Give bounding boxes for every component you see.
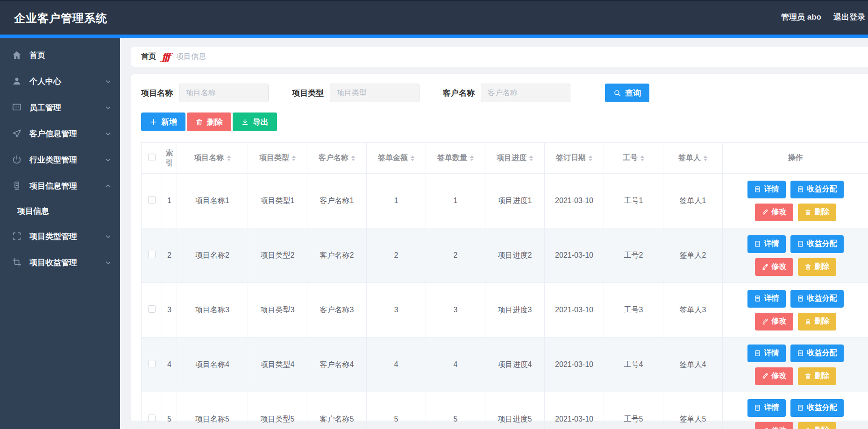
logout-link[interactable]: 退出登录 <box>833 12 865 22</box>
cell-sign-quantity: 2 <box>426 228 485 283</box>
sort-icon[interactable] <box>704 155 707 161</box>
header-checkbox-cell <box>142 143 162 174</box>
sort-icon[interactable] <box>640 155 644 161</box>
header-worker-id[interactable]: 工号 <box>604 143 663 174</box>
export-button[interactable]: 导出 <box>233 113 277 131</box>
filter-label: 项目名称 <box>141 88 173 98</box>
row-edit-button[interactable]: 修改 <box>755 422 793 429</box>
header-sign-amount[interactable]: 签单金额 <box>367 143 426 174</box>
cell-sign-date: 2021-03-10 <box>545 228 604 283</box>
row-detail-button[interactable]: 详情 <box>747 399 786 417</box>
cell-worker-id: 工号3 <box>604 283 663 338</box>
sidebar-item-project-revenue-management[interactable]: 项目收益管理 <box>0 249 120 275</box>
cell-sign-date: 2021-03-10 <box>545 392 604 429</box>
cell-actions: 详情 收益分配 修改 删除 <box>723 283 868 338</box>
row-allocate-button[interactable]: 收益分配 <box>790 290 844 308</box>
breadcrumb: 首页 ƒƒƒ 项目信息 <box>131 47 868 67</box>
sort-icon[interactable] <box>227 155 231 161</box>
document-icon <box>797 350 804 357</box>
row-checkbox[interactable] <box>148 415 156 422</box>
row-delete-button[interactable]: 删除 <box>798 367 836 385</box>
cell-project-name: 项目名称1 <box>177 174 248 228</box>
cell-project-type: 项目类型4 <box>248 338 307 392</box>
row-delete-button[interactable]: 删除 <box>798 204 836 221</box>
row-delete-button[interactable]: 删除 <box>798 422 836 429</box>
sidebar-item-personal-center[interactable]: 个人中心 <box>0 68 120 94</box>
chevron-down-icon <box>105 78 112 85</box>
sidebar-item-industry-type-management[interactable]: 行业类型管理 <box>0 147 120 173</box>
project-type-input[interactable] <box>330 84 420 102</box>
sidebar-item-home[interactable]: 首页 <box>0 42 120 68</box>
sidebar-item-project-type-management[interactable]: 项目类型管理 <box>0 223 120 249</box>
row-edit-button[interactable]: 修改 <box>755 313 793 331</box>
row-edit-button[interactable]: 修改 <box>755 204 793 221</box>
sort-icon[interactable] <box>529 155 533 161</box>
row-edit-button[interactable]: 修改 <box>755 367 793 385</box>
edit-icon <box>761 209 768 216</box>
sort-icon[interactable] <box>411 155 414 161</box>
trash-icon <box>804 209 811 216</box>
row-edit-button[interactable]: 修改 <box>755 258 793 276</box>
sidebar-item-employee-management[interactable]: 员工管理 <box>0 94 120 120</box>
sort-icon[interactable] <box>589 155 592 161</box>
header-project-type[interactable]: 项目类型 <box>248 143 307 174</box>
row-checkbox[interactable] <box>148 360 156 367</box>
sidebar-item-label: 个人中心 <box>29 76 105 87</box>
cell-customer-name: 客户名称2 <box>307 228 367 283</box>
trash-icon <box>804 318 811 325</box>
breadcrumb-home-link[interactable]: 首页 <box>141 52 156 62</box>
row-checkbox[interactable] <box>148 196 156 204</box>
row-delete-button[interactable]: 删除 <box>798 258 836 276</box>
app-root: 企业客户管理系统 管理员 abo 退出登录 首页 个人中心 <box>0 0 868 429</box>
sort-icon[interactable] <box>292 155 296 161</box>
sidebar-item-label: 客户信息管理 <box>29 128 105 139</box>
row-detail-button[interactable]: 详情 <box>747 290 786 308</box>
app-title: 企业客户管理系统 <box>14 11 107 26</box>
header-project-progress[interactable]: 项目进度 <box>485 143 545 174</box>
cell-index: 4 <box>162 338 177 392</box>
header-sign-date[interactable]: 签订日期 <box>545 143 604 174</box>
sidebar-item-customer-info-management[interactable]: 客户信息管理 <box>0 120 120 147</box>
row-allocate-button[interactable]: 收益分配 <box>790 235 844 253</box>
sidebar-item-project-info-management[interactable]: 项目信息管理 <box>0 173 120 199</box>
customer-name-input[interactable] <box>481 84 570 102</box>
row-detail-button[interactable]: 详情 <box>747 235 786 253</box>
cell-project-type: 项目类型1 <box>248 174 307 228</box>
current-user[interactable]: 管理员 abo <box>781 12 821 22</box>
delete-button[interactable]: 删除 <box>187 113 231 131</box>
row-checkbox[interactable] <box>148 305 156 313</box>
select-all-checkbox[interactable] <box>148 154 156 161</box>
header-sign-quantity[interactable]: 签单数量 <box>426 143 485 174</box>
chevron-down-icon <box>105 233 112 240</box>
cell-sign-date: 2021-03-10 <box>545 174 604 228</box>
row-checkbox[interactable] <box>148 251 156 258</box>
sidebar-item-label: 项目信息管理 <box>29 181 105 191</box>
sidebar-subitem-label: 项目信息 <box>17 206 49 217</box>
chevron-down-icon <box>105 156 112 163</box>
cell-project-name: 项目名称2 <box>177 228 248 283</box>
add-button[interactable]: 新增 <box>141 113 185 131</box>
edit-icon <box>761 263 768 270</box>
header-actions: 操作 <box>723 143 868 174</box>
document-icon <box>754 186 761 193</box>
row-detail-button[interactable]: 详情 <box>747 345 786 362</box>
row-checkbox-cell <box>142 283 162 338</box>
header-signer[interactable]: 签单人 <box>663 143 723 174</box>
edit-icon <box>761 373 768 380</box>
row-delete-button[interactable]: 删除 <box>798 313 836 331</box>
sidebar-subitem-project-info[interactable]: 项目信息 <box>0 199 120 223</box>
search-button[interactable]: 查询 <box>605 84 649 102</box>
row-allocate-button[interactable]: 收益分配 <box>790 399 844 417</box>
filter-group-customer-name: 客户名称 <box>443 84 570 102</box>
sort-icon[interactable] <box>351 155 355 161</box>
chevron-up-icon <box>105 183 112 190</box>
row-allocate-button[interactable]: 收益分配 <box>790 181 844 198</box>
sort-icon[interactable] <box>470 155 474 161</box>
project-name-input[interactable] <box>179 84 269 102</box>
trash-icon <box>195 118 203 126</box>
document-icon <box>754 404 761 411</box>
header-project-name[interactable]: 项目名称 <box>177 143 248 174</box>
row-detail-button[interactable]: 详情 <box>747 181 786 198</box>
header-customer-name[interactable]: 客户名称 <box>307 143 367 174</box>
row-allocate-button[interactable]: 收益分配 <box>790 345 844 362</box>
